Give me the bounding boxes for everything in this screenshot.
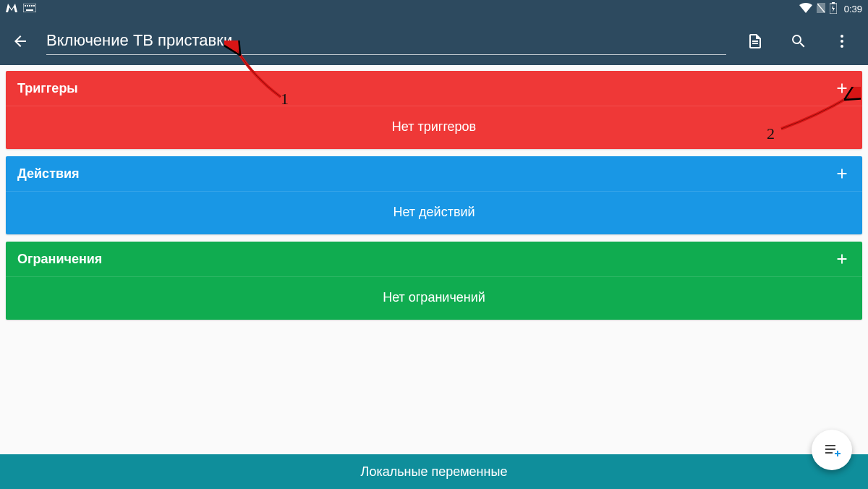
constraints-header: Ограничения [6,242,862,277]
fab-add-button[interactable] [812,430,852,470]
search-button[interactable] [784,27,813,56]
macro-title-input[interactable] [46,28,726,55]
back-button[interactable] [9,30,32,53]
app-bar [0,17,868,65]
content-area: Триггеры Нет триггеров Действия Нет дейс… [0,65,868,320]
svg-rect-5 [33,5,35,7]
status-battery-icon [830,2,837,16]
notes-button[interactable] [741,27,770,56]
local-variables-label: Локальные переменные [361,464,508,480]
triggers-empty-text: Нет триггеров [6,106,862,149]
actions-header: Действия [6,156,862,192]
status-m-icon [6,4,17,14]
add-action-button[interactable] [833,165,851,182]
actions-empty-text: Нет действий [6,192,862,234]
constraints-title: Ограничения [17,252,102,267]
svg-rect-6 [26,9,33,11]
svg-rect-2 [27,5,28,7]
svg-rect-3 [29,5,30,7]
svg-rect-4 [31,5,33,7]
overflow-menu-button[interactable] [827,27,856,56]
local-variables-bar[interactable]: Локальные переменные [0,454,868,489]
status-nosim-icon [817,3,825,15]
actions-card: Действия Нет действий [6,156,862,234]
status-time: 0:39 [844,4,862,14]
add-trigger-button[interactable] [833,80,851,97]
add-constraint-button[interactable] [833,250,851,268]
triggers-header: Триггеры [6,71,862,106]
svg-rect-0 [23,4,36,12]
status-keyboard-icon [23,4,36,14]
constraints-empty-text: Нет ограничений [6,277,862,320]
constraints-card: Ограничения Нет ограничений [6,242,862,320]
svg-point-12 [841,45,843,48]
svg-point-10 [841,35,843,38]
status-bar: 0:39 [0,0,868,17]
svg-rect-1 [25,5,26,7]
status-wifi-icon [799,3,812,15]
actions-title: Действия [17,166,80,182]
triggers-title: Триггеры [17,81,78,96]
triggers-card: Триггеры Нет триггеров [6,71,862,149]
svg-point-11 [841,40,843,43]
